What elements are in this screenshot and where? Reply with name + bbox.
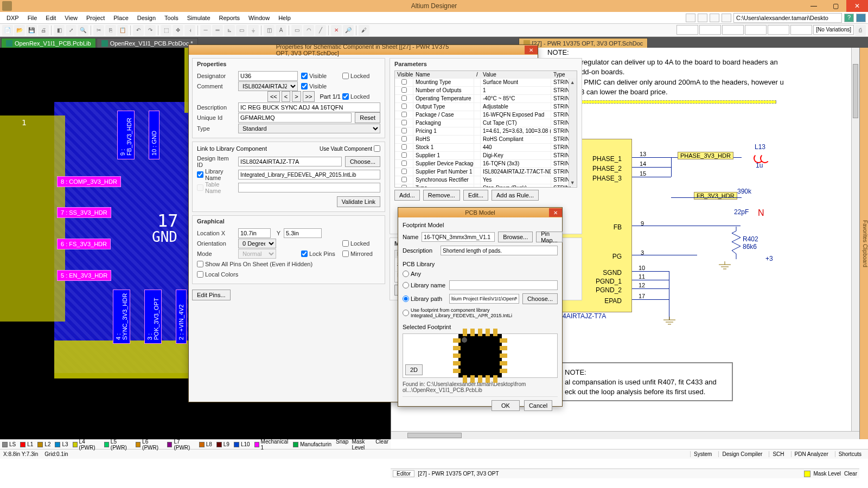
layer-l1[interactable]: L1 bbox=[20, 441, 33, 447]
port-phase[interactable]: PHASE_3V3_HDR bbox=[678, 152, 733, 159]
redo-icon[interactable]: ↷ bbox=[145, 25, 156, 36]
undo-icon[interactable]: ↶ bbox=[133, 25, 144, 36]
localcol-check[interactable] bbox=[197, 271, 203, 278]
editpins-button[interactable]: Edit Pins... bbox=[192, 290, 231, 300]
param-row[interactable]: PackagingCut Tape (CT)STRING bbox=[395, 119, 577, 127]
toolbar-icon-4[interactable] bbox=[722, 14, 731, 22]
libname-input[interactable] bbox=[238, 170, 380, 179]
cancel-button[interactable]: Cancel bbox=[524, 400, 552, 411]
param-row[interactable]: Operating Temperature-40°C ~ 85°CSTRING bbox=[395, 95, 577, 103]
remove-param-button[interactable]: Remove... bbox=[423, 190, 460, 201]
zoom-icon[interactable]: 🔍 bbox=[78, 25, 88, 36]
layer-l2[interactable]: L2 bbox=[37, 441, 50, 447]
print-icon[interactable]: 🖨 bbox=[38, 25, 49, 36]
clear-button[interactable]: Clear bbox=[375, 439, 388, 451]
libname-check[interactable] bbox=[197, 171, 203, 178]
panel-system[interactable]: System bbox=[690, 451, 715, 457]
align-icon[interactable]: ⫞ bbox=[184, 25, 195, 36]
panel-shortcuts[interactable]: Shortcuts bbox=[835, 451, 865, 457]
brush-icon[interactable]: 🖌 bbox=[359, 25, 369, 36]
text-icon[interactable]: A bbox=[276, 25, 286, 36]
minimize-button[interactable]: — bbox=[803, 0, 825, 12]
port-icon[interactable]: ▭ bbox=[236, 25, 247, 36]
pcbmodel-title-bar[interactable]: PCB Model ✕ bbox=[398, 208, 562, 217]
open-icon[interactable]: 📂 bbox=[14, 25, 25, 36]
param-row[interactable]: Synchronous RectifierYesSTRING bbox=[395, 176, 577, 184]
comment-select[interactable]: ISL8024AIRTAJZ-T7A bbox=[238, 81, 298, 91]
pad-ss[interactable]: 7 : SS_3V3_HDR bbox=[57, 207, 111, 218]
layer-l10[interactable]: L10 bbox=[234, 441, 250, 447]
menu-window[interactable]: Window bbox=[244, 15, 274, 21]
libpath-input[interactable] bbox=[449, 294, 519, 304]
designitem-input[interactable] bbox=[238, 157, 342, 166]
use-vault-check[interactable] bbox=[374, 145, 380, 152]
type-select[interactable]: Standard bbox=[238, 124, 380, 133]
layer-mech[interactable]: Mechanical 1 bbox=[254, 439, 289, 451]
param-row[interactable]: Output TypeAdjustableSTRING bbox=[395, 103, 577, 111]
description-input[interactable] bbox=[238, 102, 380, 112]
sch-clear-button[interactable]: Clear bbox=[844, 471, 857, 477]
panel-pdn[interactable]: PDN Analyzer bbox=[791, 451, 832, 457]
bus-icon[interactable]: ═ bbox=[212, 25, 223, 36]
locx-input[interactable] bbox=[238, 228, 271, 238]
panel-design-compiler[interactable]: Design Compiler bbox=[718, 451, 765, 457]
reset-button[interactable]: Reset bbox=[355, 112, 380, 123]
param-row[interactable]: Stock 1440STRING bbox=[395, 144, 577, 152]
locy-input[interactable] bbox=[284, 228, 322, 238]
layer-l6[interactable]: L6 (PWR) bbox=[136, 439, 163, 451]
pad-sync[interactable]: 4 : SYNC_3V3_HDR bbox=[113, 290, 130, 344]
param-row[interactable]: Supplier Device Package16-TQFN (3x3)STRI… bbox=[395, 160, 577, 168]
combo-5[interactable] bbox=[768, 25, 789, 35]
menu-view[interactable]: View bbox=[60, 15, 82, 21]
sch-vscroll[interactable] bbox=[851, 48, 859, 431]
scroll-down-icon[interactable]: ▼ bbox=[569, 179, 576, 187]
designator-input[interactable] bbox=[238, 71, 298, 81]
rect-icon[interactable]: ▭ bbox=[291, 25, 302, 36]
designator-visible-check[interactable] bbox=[301, 73, 308, 79]
line-icon[interactable]: ╱ bbox=[315, 25, 326, 36]
2d-button[interactable]: 2D bbox=[405, 364, 423, 375]
pad-gnd10[interactable]: 10 : GND bbox=[149, 111, 159, 159]
maximize-button[interactable]: ▢ bbox=[825, 0, 846, 12]
menu-design[interactable]: Design bbox=[133, 15, 160, 21]
tab-pcblib[interactable]: OpenRex_V1I1_PCB.PcbLib bbox=[1, 38, 96, 48]
close-button[interactable]: ✕ bbox=[846, 0, 868, 12]
pad-fb[interactable]: 9 : FB_3V3_HDR bbox=[117, 111, 135, 159]
col-name[interactable]: Name bbox=[413, 71, 474, 78]
tablename-input[interactable] bbox=[238, 183, 380, 192]
param-row[interactable]: Number of Outputs1STRING bbox=[395, 87, 577, 95]
sch-mask-button[interactable]: Mask Level bbox=[814, 471, 841, 477]
nav-next-button[interactable]: > bbox=[292, 91, 301, 102]
choose-lib-button[interactable]: Choose... bbox=[522, 293, 558, 304]
browse-button[interactable]: Browse... bbox=[498, 232, 533, 242]
part-icon[interactable]: ◫ bbox=[264, 25, 275, 36]
col-type[interactable]: Type bbox=[551, 71, 577, 78]
param-row[interactable]: Supplier Part Number 1ISL8024AIRTAJZ-T7A… bbox=[395, 168, 577, 176]
pad-fs[interactable]: 6 : FS_3V3_HDR bbox=[57, 239, 111, 249]
validate-button[interactable]: Validate Link bbox=[337, 196, 380, 207]
scroll-up-icon[interactable]: ▲ bbox=[569, 79, 576, 86]
menu-simulate[interactable]: Simulate bbox=[183, 15, 215, 21]
toolbar-icon-3[interactable] bbox=[710, 14, 719, 22]
snap-button[interactable]: Snap bbox=[336, 439, 348, 451]
col-visible[interactable]: Visible bbox=[395, 71, 413, 78]
uniqueid-input[interactable] bbox=[238, 113, 352, 123]
panel-sch[interactable]: SCH bbox=[769, 451, 787, 457]
nav-last-button[interactable]: >> bbox=[303, 91, 315, 102]
variations-combo[interactable]: [No Variations] bbox=[813, 25, 854, 35]
combo-4[interactable] bbox=[745, 25, 767, 35]
menu-help[interactable]: Help bbox=[274, 15, 295, 21]
select-icon[interactable]: ⬚ bbox=[161, 25, 171, 36]
pad-comp[interactable]: 8 : COMP_3V3_HDR bbox=[57, 176, 121, 187]
paste-icon[interactable]: 📋 bbox=[117, 25, 128, 36]
find-icon[interactable]: 🔎 bbox=[343, 25, 354, 36]
delete-icon[interactable]: ✕ bbox=[331, 25, 342, 36]
orient-select[interactable]: 0 Degrees bbox=[238, 239, 276, 248]
layer-ls[interactable]: LS bbox=[2, 441, 16, 447]
lockpins-check[interactable] bbox=[301, 251, 308, 257]
choose-button[interactable]: Choose... bbox=[345, 156, 380, 167]
move-icon[interactable]: ✥ bbox=[173, 25, 183, 36]
menu-tools[interactable]: Tools bbox=[160, 15, 183, 21]
layer-manuf[interactable]: Manufacturin bbox=[293, 441, 331, 447]
radio-libname[interactable] bbox=[403, 282, 409, 288]
